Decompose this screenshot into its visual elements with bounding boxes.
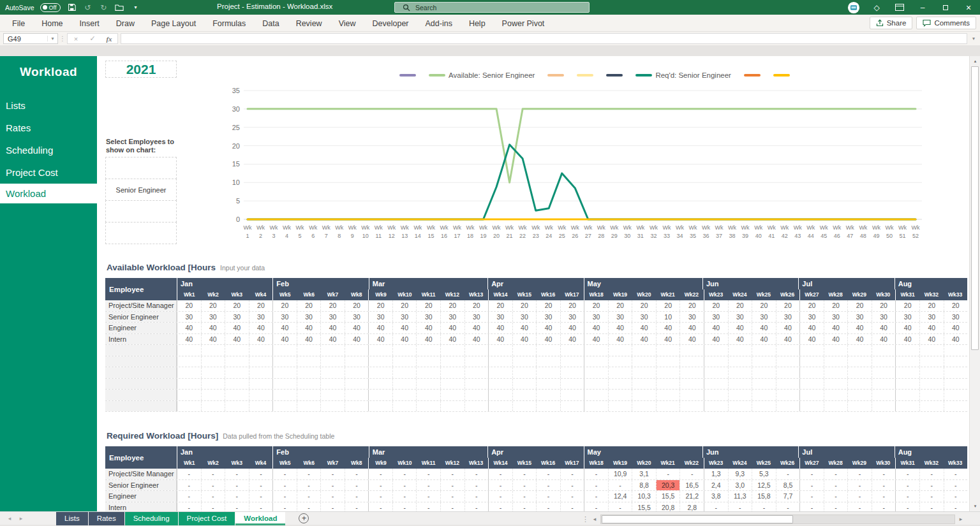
prev-sheet-icon[interactable]: ◂	[4, 515, 15, 522]
value-cell[interactable]	[249, 379, 273, 390]
value-cell[interactable]: -	[944, 502, 968, 512]
week-header-wk7[interactable]: Wk7	[321, 458, 345, 469]
value-cell[interactable]: -	[919, 469, 944, 479]
value-cell[interactable]	[512, 367, 537, 378]
value-cell[interactable]: -	[297, 491, 321, 502]
value-cell[interactable]: 20	[656, 300, 680, 311]
value-cell[interactable]	[608, 379, 632, 390]
week-header-wk3[interactable]: Wk3	[225, 289, 249, 300]
comments-button[interactable]: Comments	[916, 17, 976, 29]
value-cell[interactable]	[704, 401, 728, 412]
value-cell[interactable]: 40	[608, 334, 632, 345]
week-header-wk5[interactable]: Wk5	[272, 289, 297, 300]
employee-cell[interactable]	[105, 401, 177, 412]
value-cell[interactable]	[776, 390, 800, 400]
value-cell[interactable]	[632, 345, 656, 356]
week-header-wk19[interactable]: Wk19	[608, 458, 632, 469]
value-cell[interactable]: 40	[201, 323, 225, 333]
value-cell[interactable]	[799, 345, 824, 356]
value-cell[interactable]: 30	[177, 312, 201, 323]
enter-button[interactable]: ✓	[84, 34, 101, 43]
value-cell[interactable]	[728, 356, 752, 367]
week-header-wk31[interactable]: Wk31	[895, 289, 919, 300]
value-cell[interactable]: -	[895, 502, 919, 512]
value-cell[interactable]: -	[895, 480, 919, 491]
week-header-wk24[interactable]: Wk24	[728, 289, 752, 300]
value-cell[interactable]: 40	[512, 334, 537, 345]
value-cell[interactable]	[776, 401, 800, 412]
value-cell[interactable]: 20	[536, 300, 560, 311]
value-cell[interactable]: -	[249, 502, 273, 512]
value-cell[interactable]	[320, 401, 345, 412]
value-cell[interactable]	[560, 356, 584, 367]
value-cell[interactable]	[584, 379, 608, 390]
value-cell[interactable]	[297, 379, 321, 390]
value-cell[interactable]: -	[416, 502, 440, 512]
value-cell[interactable]	[872, 345, 896, 356]
value-cell[interactable]: 40	[584, 334, 608, 345]
month-header-jul[interactable]: Jul	[798, 278, 894, 289]
value-cell[interactable]: 30	[345, 312, 369, 323]
value-cell[interactable]: -	[297, 502, 321, 512]
value-cell[interactable]: 40	[919, 334, 944, 345]
value-cell[interactable]	[392, 345, 417, 356]
value-cell[interactable]	[656, 379, 680, 390]
value-cell[interactable]	[272, 390, 297, 400]
value-cell[interactable]	[728, 367, 752, 378]
value-cell[interactable]	[201, 401, 225, 412]
value-cell[interactable]: 30	[512, 312, 537, 323]
value-cell[interactable]: 30	[225, 312, 249, 323]
splitter-dots-icon[interactable]: ⋮	[582, 515, 589, 523]
value-cell[interactable]	[919, 401, 944, 412]
value-cell[interactable]: 40	[656, 323, 680, 333]
sidebar-item-scheduling[interactable]: Scheduling	[0, 139, 97, 161]
value-cell[interactable]: 30	[847, 312, 872, 323]
value-cell[interactable]	[656, 401, 680, 412]
value-cell[interactable]	[536, 401, 560, 412]
week-header-wk15[interactable]: Wk15	[512, 458, 536, 469]
week-header-wk8[interactable]: Wk8	[345, 458, 368, 469]
week-header-wk11[interactable]: Wk11	[417, 289, 440, 300]
value-cell[interactable]: -	[704, 502, 728, 512]
sheet-tab-rates[interactable]: Rates	[89, 512, 124, 525]
premium-diamond-button[interactable]: ◇	[865, 0, 888, 15]
employee-cell[interactable]	[105, 379, 177, 390]
value-cell[interactable]	[632, 367, 656, 378]
ribbon-tab-insert[interactable]: Insert	[71, 15, 108, 32]
value-cell[interactable]: -	[249, 491, 273, 502]
value-cell[interactable]	[464, 390, 489, 400]
value-cell[interactable]: 40	[416, 334, 440, 345]
week-header-wk14[interactable]: Wk14	[488, 289, 512, 300]
week-header-wk26[interactable]: Wk26	[775, 458, 799, 469]
value-cell[interactable]	[608, 401, 632, 412]
value-cell[interactable]: 40	[584, 323, 608, 333]
value-cell[interactable]: 40	[488, 323, 512, 333]
value-cell[interactable]: -	[824, 502, 848, 512]
value-cell[interactable]: 20	[824, 300, 848, 311]
value-cell[interactable]: 20	[272, 300, 297, 311]
week-header-wk27[interactable]: Wk27	[799, 289, 824, 300]
vertical-scrollbar-thumb[interactable]	[971, 66, 979, 350]
value-cell[interactable]	[704, 379, 728, 390]
week-header-wk13[interactable]: Wk13	[464, 458, 488, 469]
value-cell[interactable]: 40	[177, 323, 201, 333]
value-cell[interactable]	[728, 379, 752, 390]
value-cell[interactable]	[297, 345, 321, 356]
week-header-wk17[interactable]: Wk17	[560, 289, 584, 300]
value-cell[interactable]: 30	[752, 312, 776, 323]
value-cell[interactable]: -	[512, 480, 537, 491]
value-cell[interactable]: -	[392, 502, 417, 512]
value-cell[interactable]: -	[201, 502, 225, 512]
week-header-wk4[interactable]: Wk4	[249, 458, 272, 469]
value-cell[interactable]	[872, 401, 896, 412]
value-cell[interactable]: 20	[584, 300, 608, 311]
value-cell[interactable]	[464, 345, 489, 356]
value-cell[interactable]	[416, 401, 440, 412]
value-cell[interactable]: 20	[799, 300, 824, 311]
value-cell[interactable]: 20	[847, 300, 872, 311]
value-cell[interactable]: 30	[201, 312, 225, 323]
value-cell[interactable]	[560, 367, 584, 378]
value-cell[interactable]: 40	[440, 334, 464, 345]
value-cell[interactable]	[416, 367, 440, 378]
value-cell[interactable]: 30	[608, 312, 632, 323]
